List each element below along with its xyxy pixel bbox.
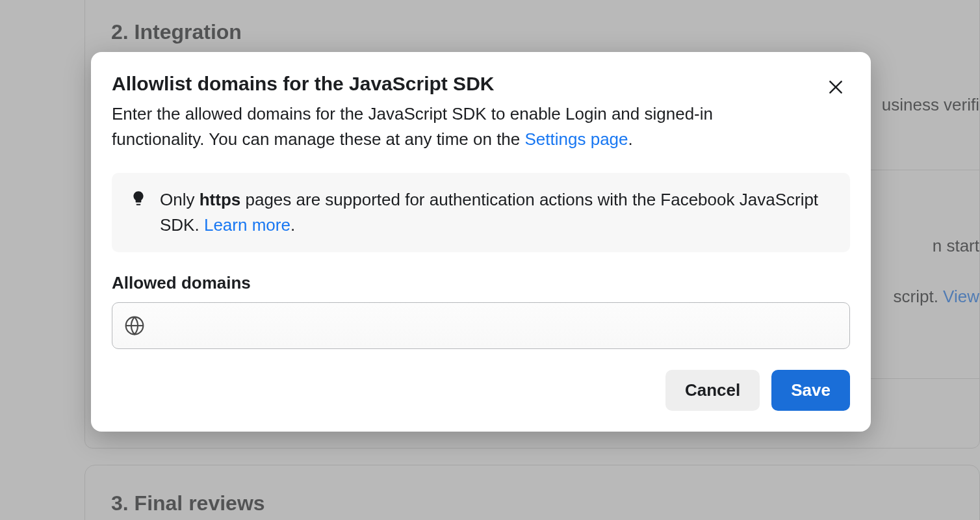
modal-subtitle: Enter the allowed domains for the JavaSc… [112, 101, 788, 152]
close-icon [827, 79, 844, 96]
allowed-domains-input[interactable] [155, 317, 838, 335]
lightbulb-icon [130, 190, 147, 209]
cancel-button[interactable]: Cancel [665, 370, 760, 411]
modal-title: Allowlist domains for the JavaScript SDK [112, 73, 850, 95]
modal-footer: Cancel Save [112, 370, 850, 411]
settings-page-link[interactable]: Settings page [525, 129, 628, 149]
info-before: Only [160, 190, 200, 209]
learn-more-link[interactable]: Learn more [204, 215, 290, 235]
save-button[interactable]: Save [771, 370, 850, 411]
info-after: . [290, 215, 295, 235]
info-text: Only https pages are supported for authe… [160, 187, 832, 238]
info-box: Only https pages are supported for authe… [112, 173, 850, 252]
globe-icon [124, 315, 145, 336]
modal-header: Allowlist domains for the JavaScript SDK… [112, 73, 850, 152]
close-button[interactable] [823, 74, 849, 100]
allowed-domains-label: Allowed domains [112, 273, 850, 293]
modal-subtitle-after: . [628, 129, 633, 149]
allowlist-domains-modal: Allowlist domains for the JavaScript SDK… [91, 52, 871, 432]
allowed-domains-input-wrapper[interactable] [112, 302, 850, 349]
info-bold: https [200, 190, 241, 209]
